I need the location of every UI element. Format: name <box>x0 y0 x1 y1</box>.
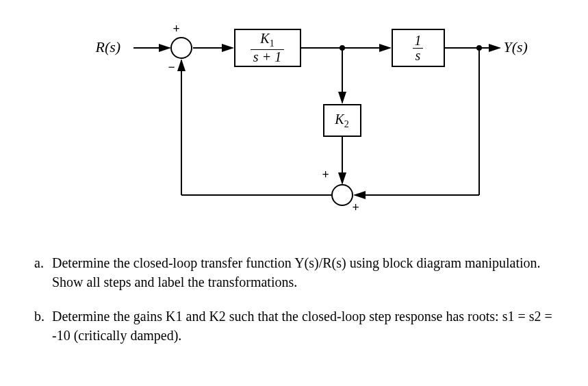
sum1-minus-sign: − <box>168 60 175 75</box>
questions-section: a. Determine the closed-loop transfer fu… <box>14 253 574 345</box>
sum2-top-sign: + <box>322 168 329 182</box>
output-label: Y(s) <box>504 38 528 56</box>
input-label: R(s) <box>96 38 121 56</box>
question-b: b. Determine the gains K1 and K2 such th… <box>34 307 554 345</box>
sum2-right-sign: + <box>353 201 359 215</box>
sum1-plus-sign: + <box>173 22 180 36</box>
pickoff-node-output <box>476 45 482 51</box>
question-a-text: Determine the closed-loop transfer funct… <box>52 253 554 292</box>
block-k2: K2 <box>323 104 361 137</box>
question-b-letter: b. <box>34 307 52 345</box>
pickoff-node-1 <box>340 45 345 51</box>
question-a: a. Determine the closed-loop transfer fu… <box>34 253 554 292</box>
block-g1: K1 s + 1 <box>234 29 301 67</box>
question-a-letter: a. <box>34 253 52 292</box>
block-diagram: R(s) Y(s) + − K1 s + 1 1 s K2 + + <box>55 14 534 233</box>
summing-junction-2 <box>331 184 353 206</box>
question-b-text: Determine the gains K1 and K2 such that … <box>52 307 554 345</box>
summing-junction-1 <box>170 37 192 59</box>
block-g2: 1 s <box>392 29 445 67</box>
